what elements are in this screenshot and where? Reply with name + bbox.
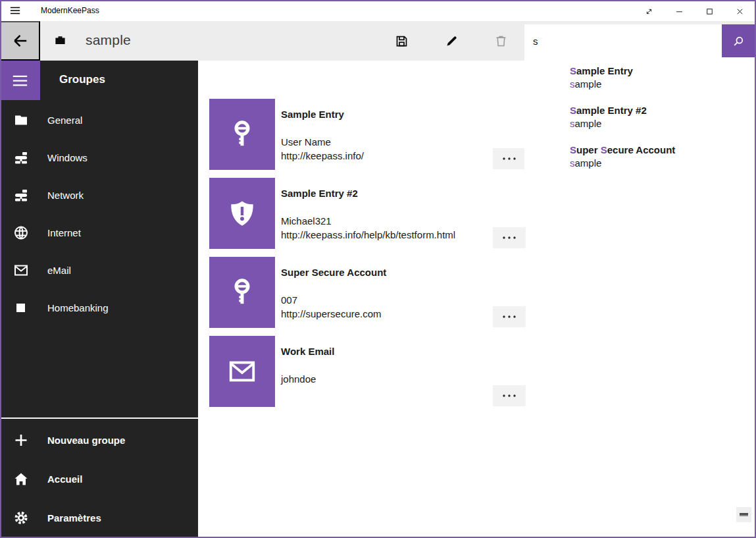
sidebar-group-homebanking[interactable]: Homebanking — [0, 289, 198, 327]
system-menu-icon[interactable] — [9, 5, 21, 16]
group-label: eMail — [47, 265, 71, 276]
entry-tile-icon — [227, 277, 257, 308]
suggestion-title: Sample Entry — [570, 65, 755, 78]
back-button[interactable] — [0, 21, 40, 61]
groups-heading: Groupes — [59, 73, 105, 86]
more-icon — [501, 235, 517, 240]
sidebar-group-network[interactable]: Network — [0, 176, 198, 214]
edit-button[interactable] — [436, 21, 467, 61]
action-label: Accueil — [47, 473, 82, 485]
entry-more-button[interactable] — [493, 306, 526, 327]
minimize-button[interactable] — [664, 1, 694, 21]
entry-tile[interactable] — [209, 257, 275, 328]
sidebar-group-windows[interactable]: Windows — [0, 139, 198, 176]
search-icon — [732, 35, 745, 47]
suggestion-title: Sample Entry #2 — [570, 104, 755, 117]
entry-tile[interactable] — [209, 178, 275, 249]
database-title: sample — [86, 21, 131, 59]
more-icon — [501, 156, 517, 161]
search-suggestion-item[interactable]: Sample Entry sample — [570, 65, 755, 91]
entry-details: User Namehttp://keepass.info/ — [281, 135, 498, 163]
entry-more-button[interactable] — [493, 148, 526, 169]
suggestion-title: Super Secure Account — [570, 144, 755, 157]
entry-details: johndoe — [281, 372, 498, 386]
save-icon — [395, 34, 409, 48]
group-icon — [13, 176, 29, 214]
action-icon — [13, 498, 29, 537]
close-button[interactable] — [724, 1, 755, 21]
maximize-icon — [705, 7, 715, 16]
action-icon — [13, 460, 29, 498]
back-arrow-icon — [12, 32, 29, 49]
entry-text: Sample Entry User Namehttp://keepass.inf… — [281, 108, 498, 163]
more-icon — [501, 314, 517, 319]
sidebar-actions: Nouveau groupe Accueil Paramètres — [0, 421, 198, 537]
search-button[interactable] — [722, 24, 755, 57]
group-label: Internet — [47, 227, 81, 238]
group-label: General — [47, 115, 82, 126]
action-icon — [13, 421, 29, 460]
group-label: Network — [47, 190, 84, 201]
fullscreen-button[interactable] — [634, 1, 664, 21]
group-label: Homebanking — [47, 302, 109, 313]
search-suggestion-item[interactable]: Sample Entry #2 sample — [570, 104, 755, 130]
save-button[interactable] — [386, 21, 417, 61]
groups-list: General Windows Network Internet eMail H… — [0, 101, 198, 327]
title-bar: ModernKeePass — [0, 0, 756, 21]
fullscreen-icon — [644, 7, 654, 16]
hamburger-icon — [9, 72, 31, 90]
delete-button[interactable] — [485, 21, 517, 61]
suggestion-subtitle: sample — [570, 157, 755, 170]
entry-title: Work Email — [281, 345, 498, 358]
pencil-icon — [445, 34, 459, 48]
search-input[interactable] — [524, 24, 722, 57]
entry-title: Sample Entry — [281, 108, 498, 121]
group-icon — [13, 101, 29, 139]
entry-tile[interactable] — [209, 336, 275, 407]
entry-title: Super Secure Account — [281, 266, 498, 279]
entry-details: Michael321http://keepass.info/help/kb/te… — [281, 214, 498, 242]
entry-details: 007http://supersecure.com — [281, 293, 498, 321]
entry-text: Work Email johndoe — [281, 345, 498, 386]
action-label: Paramètres — [47, 512, 101, 524]
sidebar-action-item[interactable]: Nouveau groupe — [0, 421, 198, 460]
sidebar-action-item[interactable]: Paramètres — [0, 498, 198, 537]
trash-icon — [494, 34, 508, 48]
entry-row[interactable]: Super Secure Account 007http://supersecu… — [209, 257, 526, 328]
more-icon — [501, 393, 517, 398]
entry-tile-icon — [227, 119, 257, 149]
database-icon — [54, 34, 66, 47]
group-icon — [13, 289, 29, 327]
scroll-hint-button[interactable] — [736, 507, 751, 522]
suggestion-subtitle: sample — [570, 117, 755, 130]
search-suggestion-item[interactable]: Super Secure Account sample — [570, 144, 755, 170]
entry-tile-icon — [227, 356, 257, 387]
entry-tile-icon — [227, 198, 257, 229]
sidebar-group-email[interactable]: eMail — [0, 252, 198, 289]
sidebar-group-general[interactable]: General — [0, 101, 198, 139]
action-label: Nouveau groupe — [47, 435, 125, 446]
entry-list: Sample Entry User Namehttp://keepass.inf… — [209, 99, 526, 415]
minus-icon — [740, 513, 748, 516]
entry-row[interactable]: Sample Entry #2 Michael321http://keepass… — [209, 178, 526, 249]
entry-more-button[interactable] — [493, 385, 526, 406]
group-icon — [13, 139, 29, 176]
command-bar: sample — [0, 21, 756, 61]
nav-hamburger-button[interactable] — [0, 61, 40, 100]
suggestion-subtitle: sample — [570, 78, 755, 91]
search-box — [524, 24, 722, 57]
entry-row[interactable]: Work Email johndoe — [209, 336, 526, 407]
entry-tile[interactable] — [209, 99, 275, 170]
minimize-icon — [674, 7, 684, 16]
group-icon — [13, 214, 29, 252]
entry-text: Super Secure Account 007http://supersecu… — [281, 266, 498, 321]
sidebar-action-item[interactable]: Accueil — [0, 460, 198, 498]
sidebar-divider — [0, 417, 198, 419]
entry-row[interactable]: Sample Entry User Namehttp://keepass.inf… — [209, 99, 526, 170]
entry-title: Sample Entry #2 — [281, 187, 498, 200]
window-controls — [634, 1, 755, 21]
maximize-button[interactable] — [694, 1, 724, 21]
entry-more-button[interactable] — [493, 227, 526, 248]
sidebar-group-internet[interactable]: Internet — [0, 214, 198, 252]
group-icon — [13, 252, 29, 289]
